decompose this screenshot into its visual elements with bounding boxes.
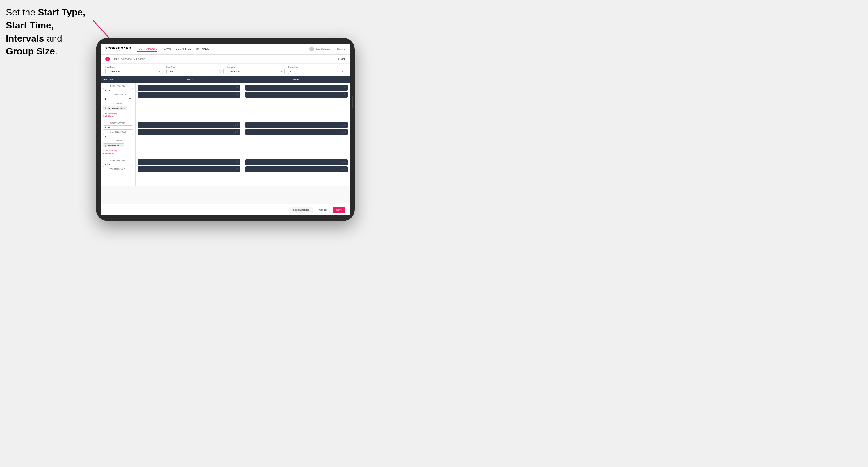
starting-time-label-3: STARTING TIME:: [103, 159, 133, 161]
th-tee-time: Tee Time: [101, 76, 135, 83]
player-x-icon[interactable]: ×: [235, 131, 236, 133]
course-remove-1[interactable]: ×: [124, 107, 126, 109]
tee-cell-3: STARTING TIME: 10:20 ⏱ STARTING HOLE:: [101, 157, 135, 186]
starting-hole-label-1: STARTING HOLE:: [103, 94, 133, 96]
add-group-link-2[interactable]: + Add Group: [103, 152, 133, 154]
player-x-icon[interactable]: ×: [342, 94, 343, 96]
intervals-select[interactable]: 10 Minutes ▼: [227, 69, 285, 74]
cancel-button[interactable]: Cancel: [315, 207, 330, 213]
starting-time-input-2[interactable]: 10:10 ⏱: [103, 125, 133, 130]
player-x-icon[interactable]: ×: [235, 168, 236, 170]
player-edit-icon[interactable]: ✎: [344, 87, 346, 89]
teams-area-2: × ✎ × ✎ × ✎ ×: [135, 120, 350, 157]
starting-time-value-2: 10:10: [105, 126, 111, 129]
player-edit-icon[interactable]: ✎: [237, 87, 239, 89]
start-time-select[interactable]: 10:00 🕐: [166, 69, 224, 74]
starting-hole-label-3: STARTING HOLE:: [103, 168, 133, 170]
save-button[interactable]: Save: [333, 207, 345, 213]
start-type-value: 1st Tee Start: [107, 70, 120, 73]
nav-committee[interactable]: COMMITTEE: [176, 46, 191, 52]
reset-changes-button[interactable]: Reset Changes: [290, 207, 313, 213]
sign-out-link[interactable]: Sign out: [337, 48, 345, 50]
tablet-screen: SCOREBOARD Powered by clippd TOURNAMENTS…: [101, 43, 350, 215]
player-edit-icon[interactable]: ✎: [237, 168, 239, 170]
player-x-icon[interactable]: ×: [235, 87, 236, 89]
remove-group-link-1[interactable]: ○ Remove Group: [103, 113, 133, 115]
list-item: × ✎: [245, 92, 348, 98]
tee-cell-1: STARTING TIME: 10:00 ⏱ STARTING HOLE: 1 …: [101, 83, 135, 120]
player-x-icon[interactable]: ×: [342, 168, 343, 170]
player-edit-icon[interactable]: ✎: [237, 124, 239, 126]
starting-time-value-1: 10:00: [105, 89, 111, 92]
player-edit-icon[interactable]: ✎: [344, 124, 346, 126]
separator: |: [334, 48, 335, 50]
tee-actions-2: ○ Remove Group + Add Group: [103, 150, 133, 154]
course-label-1: COURSE:: [103, 102, 133, 104]
start-time-label: Start Time: [166, 66, 224, 68]
group-size-group: Group Size 3 ▼: [288, 66, 346, 74]
table-header: Tee Time Team 1 Team 2: [101, 76, 350, 83]
player-edit-icon[interactable]: ✎: [344, 161, 346, 163]
starting-time-label-1: STARTING TIME:: [103, 85, 133, 87]
section-breadcrumb: Hosting: [136, 58, 145, 61]
player-x-icon[interactable]: ×: [342, 87, 343, 89]
footer-bar: Reset Changes Cancel Save: [101, 204, 350, 215]
nav-links: TOURNAMENTS TEAMS COMMITTEE RANKINGS: [137, 46, 309, 52]
team1-col-3: × ✎ × ✎: [135, 157, 243, 186]
time-clock-icon-1: ⏱: [129, 89, 131, 92]
nav-teams[interactable]: TEAMS: [162, 46, 171, 52]
starting-time-input-3[interactable]: 10:20 ⏱: [103, 162, 133, 167]
start-type-select[interactable]: 1st Tee Start ▼: [105, 69, 163, 74]
tournament-breadcrumb[interactable]: Clippd Invitational: [112, 58, 132, 61]
list-item: × ✎: [245, 166, 348, 172]
list-item: × ✎: [138, 122, 241, 128]
start-type-label: Start Type: [105, 66, 163, 68]
course-badge-1: 🏌 (A) Peachtree GC ×: [103, 106, 127, 110]
starting-hole-input-2[interactable]: 1 ▼: [103, 134, 133, 138]
tablet-side-button: [352, 96, 353, 107]
player-edit-icon[interactable]: ✎: [344, 94, 346, 96]
list-item: × ✎: [245, 85, 348, 91]
intervals-chevron: ▼: [281, 70, 283, 72]
group-size-chevron: ▼: [341, 70, 343, 72]
breadcrumb-separator: ›: [133, 56, 135, 62]
list-item: × ✎: [245, 159, 348, 165]
table-body[interactable]: STARTING TIME: 10:00 ⏱ STARTING HOLE: 1 …: [101, 83, 350, 204]
bold-start-type: Start Type,Start Time,Intervals: [6, 7, 85, 43]
player-edit-icon[interactable]: ✎: [237, 131, 239, 133]
player-x-icon[interactable]: ×: [342, 124, 343, 126]
player-edit-icon[interactable]: ✎: [344, 131, 346, 133]
remove-group-link-2[interactable]: ○ Remove Group: [103, 150, 133, 152]
list-item: × ✎: [138, 92, 241, 98]
player-x-icon[interactable]: ×: [342, 131, 343, 133]
player-edit-icon[interactable]: ✎: [237, 161, 239, 163]
group-size-select[interactable]: 3 ▼: [288, 69, 346, 74]
player-x-icon[interactable]: ×: [235, 94, 236, 96]
table-row: STARTING TIME: 10:00 ⏱ STARTING HOLE: 1 …: [101, 83, 350, 120]
player-x-icon[interactable]: ×: [235, 161, 236, 163]
user-avatar: [309, 47, 314, 52]
starting-time-label-2: STARTING TIME:: [103, 122, 133, 124]
hole-chevron-1: ▼: [129, 98, 131, 100]
logo-sub: Powered by clippd: [105, 50, 131, 52]
add-group-link-1[interactable]: + Add Group: [103, 115, 133, 117]
start-time-group: Start Time 10:00 🕐: [166, 66, 224, 74]
course-remove-2[interactable]: ×: [121, 145, 122, 147]
table-row: STARTING TIME: 10:20 ⏱ STARTING HOLE: × …: [101, 157, 350, 186]
team2-col-1: × ✎ × ✎: [243, 83, 350, 120]
list-item: × ✎: [138, 129, 241, 135]
nav-rankings[interactable]: RANKINGS: [196, 46, 210, 52]
starting-hole-label-2: STARTING HOLE:: [103, 131, 133, 133]
starting-hole-input-1[interactable]: 1 ▼: [103, 97, 133, 101]
team2-col-2: × ✎ × ✎: [243, 120, 350, 157]
player-x-icon[interactable]: ×: [235, 124, 236, 126]
starting-time-input-1[interactable]: 10:00 ⏱: [103, 88, 133, 92]
settings-bar: Start Type 1st Tee Start ▼ Start Time 10…: [101, 64, 350, 76]
player-x-icon[interactable]: ×: [342, 161, 343, 163]
intervals-label: Intervals: [227, 66, 285, 68]
player-edit-icon[interactable]: ✎: [237, 94, 239, 96]
player-edit-icon[interactable]: ✎: [344, 168, 346, 170]
list-item: × ✎: [138, 85, 241, 91]
back-button[interactable]: ‹ Back: [338, 58, 345, 61]
nav-tournaments[interactable]: TOURNAMENTS: [137, 46, 157, 52]
